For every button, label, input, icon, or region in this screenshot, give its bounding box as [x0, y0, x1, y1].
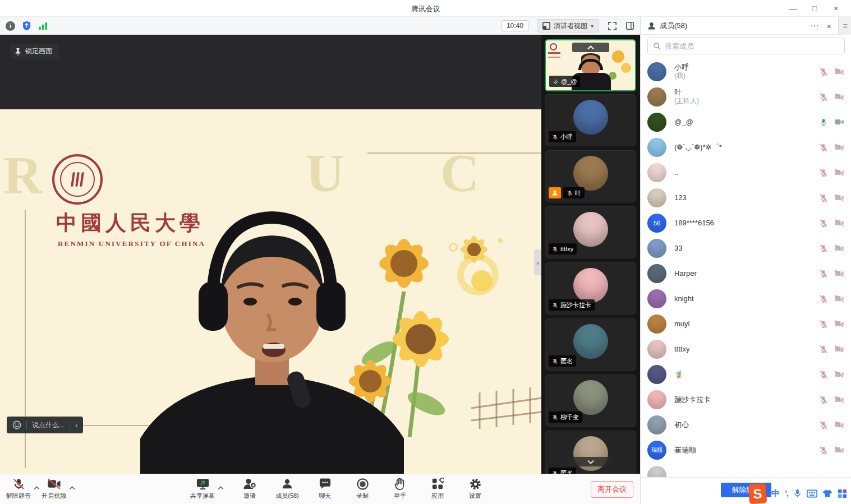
member-name: ..	[674, 168, 678, 177]
member-row[interactable]: 小呼(我)	[641, 59, 851, 84]
start-video-button[interactable]: 开启视频	[41, 477, 67, 500]
apps-button[interactable]: 应用	[425, 477, 450, 500]
ime-language-toggle[interactable]: 中	[771, 488, 780, 499]
video-tile[interactable]: 柳千变	[545, 374, 636, 427]
invite-person-icon	[243, 478, 256, 490]
member-search-box[interactable]	[647, 38, 845, 54]
settings-button[interactable]: 设置	[462, 477, 488, 500]
view-mode-dropdown[interactable]: 演讲者视图 ▾	[537, 19, 599, 33]
mic-status-icon	[819, 219, 828, 228]
members-button[interactable]: 成员(58)	[274, 477, 300, 500]
avatar	[647, 87, 666, 107]
video-options-caret[interactable]	[69, 482, 75, 492]
video-tile[interactable]: 匿名	[545, 431, 636, 474]
avatar	[573, 324, 608, 359]
avatar	[647, 390, 666, 409]
video-tile[interactable]: 匿名	[545, 318, 636, 371]
member-row[interactable]: 🧋	[641, 362, 851, 387]
mic-options-caret[interactable]	[34, 482, 40, 492]
host-badge-icon	[549, 187, 561, 198]
apps-grid-icon	[431, 478, 444, 490]
video-tile[interactable]: 小呼	[545, 94, 636, 146]
member-row[interactable]: ttttxy	[641, 336, 851, 362]
avatar	[647, 289, 666, 308]
invite-button[interactable]: 邀请	[237, 477, 263, 500]
ime-skin-shirt-icon[interactable]	[822, 489, 832, 498]
meeting-info-icon[interactable]: i	[6, 21, 15, 31]
members-icon	[281, 478, 293, 490]
expand-panel-handle[interactable]: ›	[534, 249, 541, 275]
member-row[interactable]: muyi	[641, 311, 851, 336]
member-row[interactable]: 蹦沙卡拉卡	[641, 387, 851, 412]
member-row[interactable]: 初心	[641, 412, 851, 437]
share-options-caret[interactable]	[218, 482, 224, 500]
watermark-letter: U	[306, 142, 344, 204]
member-row[interactable]: knight	[641, 286, 851, 311]
minimize-button[interactable]: —	[783, 0, 804, 17]
collapse-strip-button[interactable]	[572, 43, 609, 52]
share-screen-button[interactable]: 共享屏幕	[190, 477, 215, 500]
member-name: muyi	[674, 320, 689, 329]
fence	[471, 387, 541, 429]
ime-toolbox-grid-icon[interactable]	[838, 489, 847, 498]
hand-icon	[394, 478, 406, 491]
mic-on-icon	[553, 78, 559, 85]
chat-input-prompt[interactable]: 说点什么...	[32, 420, 65, 430]
lock-view-button[interactable]: 锁定画面	[10, 44, 59, 59]
unmute-mic-button[interactable]: 解除静音	[6, 477, 31, 500]
member-row[interactable]: 123	[641, 185, 851, 210]
search-input[interactable]	[665, 42, 839, 50]
member-row[interactable]: Harper	[641, 261, 851, 286]
watermark-letter: C	[440, 142, 479, 204]
fullscreen-icon[interactable]	[608, 21, 617, 31]
quick-chat-bar[interactable]: 说点什么... ‹	[7, 417, 83, 433]
avatar	[573, 268, 608, 303]
scroll-down-thumbnails-button[interactable]	[568, 457, 613, 466]
video-tile[interactable]: 叶	[545, 150, 636, 202]
record-button[interactable]: 录制	[349, 477, 375, 500]
leave-meeting-button[interactable]: 离开会议	[591, 481, 633, 498]
member-row[interactable]: 叶(主持人)	[641, 84, 851, 109]
member-row-partial[interactable]	[641, 463, 851, 477]
member-row[interactable]: 瑞顺 崔瑞顺	[641, 437, 851, 463]
lock-view-label: 锁定画面	[25, 47, 52, 56]
mic-status-icon	[819, 244, 828, 253]
camera-status-icon	[834, 370, 844, 378]
ime-voice-icon[interactable]	[793, 488, 802, 498]
avatar	[647, 188, 666, 207]
meeting-status-icons: i	[6, 17, 48, 35]
close-button[interactable]: ×	[825, 0, 847, 17]
maximize-button[interactable]: □	[804, 0, 825, 17]
member-name: 33	[674, 244, 682, 253]
tile-name-chip: 柳千变	[549, 411, 582, 423]
security-shield-icon[interactable]	[22, 21, 31, 31]
search-icon	[653, 42, 661, 50]
chat-button[interactable]: 聊天	[312, 477, 338, 500]
side-panel-toggle-icon[interactable]	[625, 21, 634, 30]
mic-status-icon	[819, 193, 828, 202]
avatar	[647, 113, 666, 132]
more-options-icon[interactable]: ⋯	[810, 21, 818, 31]
member-row[interactable]: 33	[641, 235, 851, 261]
camera-status-icon	[834, 294, 844, 303]
video-tile[interactable]: ttttxy	[545, 206, 636, 258]
ime-keyboard-icon[interactable]	[807, 489, 817, 498]
chat-bubble-icon	[319, 478, 332, 490]
member-row[interactable]: (❁´◡`❁)*✲゜*	[641, 135, 851, 160]
video-tile-active-speaker[interactable]: @_@	[545, 39, 636, 91]
close-panel-icon[interactable]: ×	[826, 21, 831, 31]
collapse-chat-icon[interactable]: ‹	[75, 421, 77, 429]
avatar	[647, 163, 666, 182]
ime-punctuation-toggle[interactable]: ’,	[785, 489, 788, 498]
member-row[interactable]: ..	[641, 160, 851, 185]
main-video-stage[interactable]: R U C 中國人民大學 RENMIN UNIVERSITY OF CHINA	[0, 35, 541, 474]
video-tile[interactable]: 蹦沙卡拉卡	[545, 262, 636, 315]
raise-hand-button[interactable]: 举手	[387, 477, 413, 500]
member-name: 小呼	[674, 63, 689, 72]
network-signal-icon[interactable]	[38, 22, 48, 30]
panel-menu-icon[interactable]: ≡	[838, 17, 851, 35]
member-name: ttttxy	[674, 345, 689, 354]
sogou-logo-icon[interactable]: S	[748, 483, 767, 503]
member-row[interactable]: 56 189****6156	[641, 210, 851, 235]
member-row[interactable]: @_@	[641, 109, 851, 135]
